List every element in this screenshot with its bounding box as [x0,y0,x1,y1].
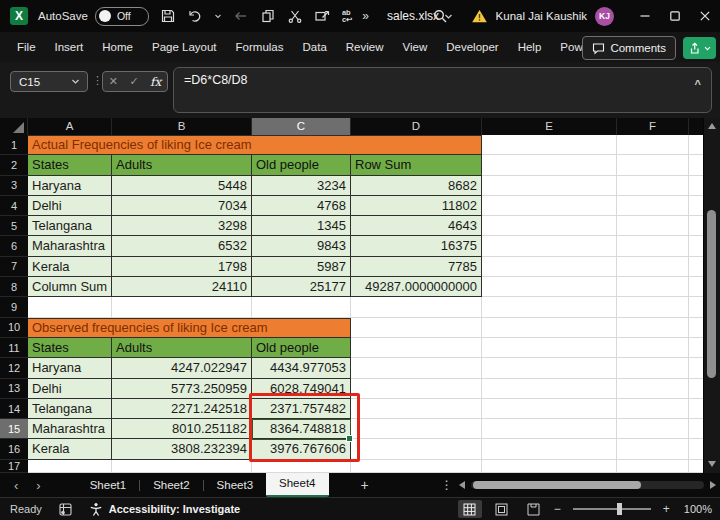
cell-A9[interactable] [28,297,112,317]
row-header-5[interactable]: 5 [0,216,28,236]
avatar[interactable]: KJ [595,7,614,26]
row-header-2[interactable]: 2 [0,155,28,175]
row-header-17[interactable]: 17 [0,460,28,473]
replace-icon[interactable]: ab c↩ [342,9,352,23]
cell-F9[interactable] [617,297,689,317]
macro-record-icon[interactable] [58,502,73,517]
cell-D14[interactable] [351,399,482,419]
name-box-dropdown-icon[interactable] [71,77,80,86]
cell-A1[interactable]: Actual Frequencies of liking Ice cream [28,135,482,155]
row-header-3[interactable]: 3 [0,176,28,196]
cell-E5[interactable] [482,216,617,236]
accessibility-icon[interactable] [89,502,103,517]
row-header-10[interactable]: 10 [0,318,28,338]
scroll-down-icon[interactable] [708,461,716,467]
cut-icon[interactable] [287,8,303,24]
cell-D11[interactable] [351,338,482,358]
cell-F17[interactable] [617,460,689,473]
cell-B6[interactable]: 6532 [112,236,252,256]
search-icon[interactable] [432,8,448,24]
cell-E14[interactable] [482,399,617,419]
cell-B14[interactable]: 2271.242518 [112,399,252,419]
cell-C5[interactable]: 1345 [252,216,351,236]
row-header-16[interactable]: 16 [0,439,28,459]
cell-E10[interactable] [482,318,617,338]
cell-C12[interactable]: 4434.977053 [252,358,351,378]
next-sheet-icon[interactable]: › [36,478,40,493]
row-header-11[interactable]: 11 [0,338,28,358]
cell-D5[interactable]: 4643 [351,216,482,236]
cell-E1[interactable] [482,135,617,155]
prev-sheet-icon[interactable]: ‹ [14,478,18,493]
cell-A14[interactable]: Telangana [28,399,112,419]
column-header-D[interactable]: D [351,118,482,135]
column-header-C[interactable]: C [252,118,351,135]
zoom-in-button[interactable]: + [663,502,670,516]
row-header-8[interactable]: 8 [0,277,28,297]
row-header-6[interactable]: 6 [0,236,28,256]
zoom-slider-thumb[interactable] [617,503,622,515]
cell-A11[interactable]: States [28,338,112,358]
cell-F8[interactable] [617,277,689,297]
cell-F7[interactable] [617,257,689,277]
comments-button[interactable]: Comments [582,36,676,60]
cell-A10[interactable]: Observed frequencies of liking Ice cream [28,318,351,338]
sheet-tab-sheet4[interactable]: Sheet4 [266,473,328,497]
cell-C15[interactable]: 8364.748818 [252,419,351,439]
cell-D6[interactable]: 16375 [351,236,482,256]
menu-formulas[interactable]: Formulas [236,41,284,53]
save-icon[interactable] [160,8,176,24]
menu-review[interactable]: Review [346,41,384,53]
cell-C8[interactable]: 25177 [252,277,351,297]
cell-E11[interactable] [482,338,617,358]
row-header-9[interactable]: 9 [0,297,28,317]
row-header-7[interactable]: 7 [0,257,28,277]
cell-A5[interactable]: Telangana [28,216,112,236]
minimize-button[interactable] [630,0,660,32]
share-button[interactable] [683,37,716,59]
cell-D3[interactable]: 8682 [351,176,482,196]
cell-E12[interactable] [482,358,617,378]
cell-F5[interactable] [617,216,689,236]
menu-page-layout[interactable]: Page Layout [152,41,217,53]
vertical-scroll-thumb[interactable] [707,210,716,378]
row-header-12[interactable]: 12 [0,358,28,378]
cell-B15[interactable]: 8010.251182 [112,419,252,439]
cell-F13[interactable] [617,379,689,399]
name-box[interactable]: C15 [10,71,88,92]
menu-file[interactable]: File [17,41,36,53]
insert-function-icon[interactable]: fx [150,75,161,89]
cell-E7[interactable] [482,257,617,277]
sheet-tab-sheet3[interactable]: Sheet3 [204,473,266,497]
cell-D16[interactable] [351,439,482,459]
cell-B16[interactable]: 3808.232394 [112,439,252,459]
cell-A7[interactable]: Kerala [28,257,112,277]
cell-F11[interactable] [617,338,689,358]
column-header-B[interactable]: B [112,118,252,135]
cell-B5[interactable]: 3298 [112,216,252,236]
collapse-formula-bar-icon[interactable]: ^ [695,78,701,90]
cell-D7[interactable]: 7785 [351,257,482,277]
cell-F4[interactable] [617,196,689,216]
cell-C17[interactable] [252,460,351,473]
cell-A16[interactable]: Kerala [28,439,112,459]
cell-C7[interactable]: 5987 [252,257,351,277]
cell-A12[interactable]: Haryana [28,358,112,378]
cell-B13[interactable]: 5773.250959 [112,379,252,399]
cell-B17[interactable] [112,460,252,473]
cell-C3[interactable]: 3234 [252,176,351,196]
cell-F2[interactable] [617,155,689,175]
cancel-icon[interactable]: ✕ [109,75,118,88]
cell-F15[interactable] [617,419,689,439]
cell-A17[interactable] [28,460,112,473]
scroll-left-icon[interactable] [459,481,465,489]
cell-C13[interactable]: 6028.749041 [252,379,351,399]
menu-data[interactable]: Data [303,41,327,53]
cell-B8[interactable]: 24110 [112,277,252,297]
cell-E9[interactable] [482,297,617,317]
cell-A15[interactable]: Maharashtra [28,419,112,439]
undo-dropdown-icon[interactable] [214,8,222,24]
cell-E4[interactable] [482,196,617,216]
cell-D15[interactable] [351,419,482,439]
cell-C14[interactable]: 2371.757482 [252,399,351,419]
